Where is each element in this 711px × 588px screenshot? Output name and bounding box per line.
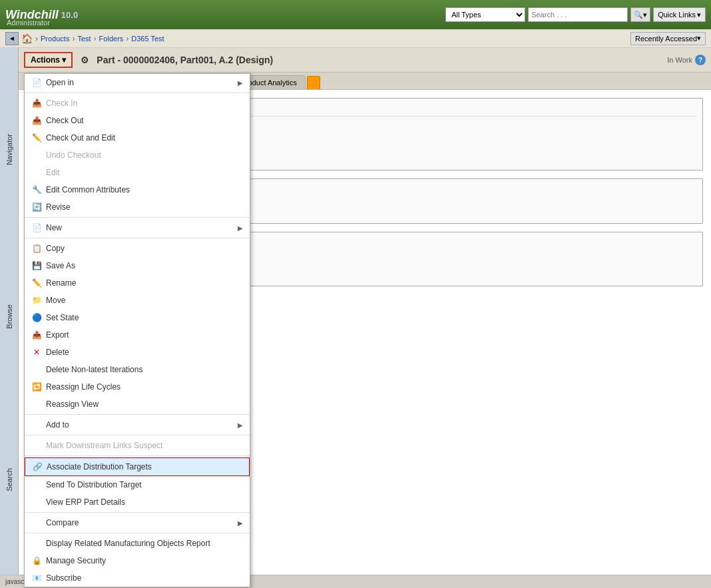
add-to-arrow: ▶ — [238, 422, 243, 429]
tab-orange[interactable]: 🔶 — [307, 76, 320, 89]
add-to-icon — [31, 420, 42, 430]
menu-divider-3 — [25, 238, 250, 238]
menu-divider-8 — [25, 533, 250, 533]
menu-item-revise-label: Revise — [46, 202, 71, 212]
compare-icon — [31, 517, 42, 528]
menu-item-delete[interactable]: ✕ Delete — [25, 344, 250, 361]
menu-item-check-in: 📥 Check In — [25, 95, 250, 112]
reassign-lc-icon: 🔁 — [31, 382, 42, 392]
menu-item-delete-non-latest[interactable]: Delete Non-latest Iterations — [25, 361, 250, 378]
menu-item-edit-label: Edit — [46, 168, 60, 177]
menu-item-edit-common[interactable]: 🔧 Edit Common Attributes — [25, 181, 250, 198]
menu-item-view-erp[interactable]: View ERP Part Details — [25, 493, 250, 511]
menu-item-reassign-view-label: Reassign View — [46, 400, 99, 409]
compare-arrow: ▶ — [238, 519, 243, 527]
help-icon[interactable]: ? — [695, 55, 706, 65]
menu-item-rename[interactable]: ✏️ Rename — [25, 274, 250, 292]
menu-item-subscribe[interactable]: 📧 Subscribe — [25, 569, 250, 587]
set-state-icon: 🔵 — [31, 312, 42, 323]
menu-item-check-out-edit-label: Check Out and Edit — [46, 133, 115, 143]
menu-item-new[interactable]: 📄 New ▶ — [25, 219, 250, 236]
associate-dist-icon: 🔗 — [32, 461, 43, 472]
menu-item-manage-security-label: Manage Security — [46, 556, 106, 565]
breadcrumb-d365[interactable]: D365 Test — [131, 35, 164, 43]
page-title: Part - 0000002406, Part001, A.2 (Design) — [97, 55, 273, 65]
menu-item-reassign-view[interactable]: Reassign View — [25, 396, 250, 413]
menu-item-reassign-lc[interactable]: 🔁 Reassign Life Cycles — [25, 378, 250, 396]
menu-item-compare[interactable]: Compare ▶ — [25, 514, 250, 531]
top-bar: Windchill 10.0 Administrator All Types 🔍… — [0, 0, 711, 29]
menu-item-view-erp-label: View ERP Part Details — [46, 497, 125, 507]
breadcrumb-sep-3: › — [94, 34, 97, 43]
quick-links-button[interactable]: Quick Links ▾ — [653, 7, 706, 22]
copy-icon: 📋 — [31, 243, 42, 254]
revise-icon: 🔄 — [31, 202, 42, 212]
status-area: In Work ? — [667, 55, 706, 65]
open-in-icon: 📄 — [31, 77, 42, 88]
actions-button[interactable]: Actions ▾ — [24, 52, 73, 68]
menu-item-add-to[interactable]: Add to ▶ — [25, 416, 250, 434]
actions-dropdown-menu: 📄 Open in ▶ 📥 Check In 📤 Check Out ✏️ Ch… — [24, 73, 250, 587]
search-icon: 🔍 — [634, 11, 643, 19]
menu-item-move-label: Move — [46, 296, 65, 305]
menu-item-new-label: New — [46, 223, 62, 232]
search-input[interactable] — [528, 7, 628, 22]
breadcrumb-sep-4: › — [126, 34, 128, 43]
sidebar-vertical-labels: Navigator Browse Search — [4, 51, 15, 575]
type-select[interactable]: All Types — [445, 7, 525, 22]
breadcrumb-products[interactable]: Products — [41, 35, 69, 43]
view-erp-icon — [31, 497, 42, 507]
menu-item-move[interactable]: 📁 Move — [25, 292, 250, 309]
search-button[interactable]: 🔍 ▾ — [630, 7, 650, 22]
menu-divider-4 — [25, 414, 250, 415]
menu-item-associate-dist[interactable]: 🔗 Associate Distribution Targets — [25, 457, 250, 476]
menu-item-check-in-label: Check In — [46, 99, 77, 108]
menu-item-save-as[interactable]: 💾 Save As — [25, 257, 250, 274]
search-area: All Types 🔍 ▾ Quick Links ▾ — [445, 7, 706, 22]
menu-divider-6 — [25, 455, 250, 456]
sidebar-toggle-button[interactable]: ◄ — [5, 32, 19, 45]
check-out-icon: 📤 — [31, 115, 42, 126]
menu-item-check-out[interactable]: 📤 Check Out — [25, 112, 250, 129]
breadcrumb-home[interactable]: 🏠 — [21, 33, 33, 44]
menu-item-export[interactable]: 📤 Export — [25, 326, 250, 344]
menu-item-display-report-label: Display Related Manufacturing Objects Re… — [46, 539, 210, 548]
check-in-icon: 📥 — [31, 98, 42, 109]
menu-item-open-in[interactable]: 📄 Open in ▶ — [25, 74, 250, 91]
sidebar-item-navigator[interactable]: Navigator — [4, 131, 15, 168]
menu-item-associate-dist-label: Associate Distribution Targets — [47, 462, 152, 471]
menu-divider-5 — [25, 435, 250, 436]
admin-label: Administrator — [7, 19, 50, 27]
menu-item-check-out-edit[interactable]: ✏️ Check Out and Edit — [25, 129, 250, 147]
menu-item-compare-label: Compare — [46, 518, 79, 527]
menu-item-export-label: Export — [46, 330, 69, 340]
breadcrumb-test[interactable]: Test — [77, 35, 91, 43]
menu-item-revise[interactable]: 🔄 Revise — [25, 198, 250, 216]
menu-item-send-to-dist-label: Send To Distribution Target — [46, 480, 142, 489]
search-dropdown-icon: ▾ — [643, 11, 647, 19]
sidebar-item-search[interactable]: Search — [4, 465, 15, 494]
export-icon: 📤 — [31, 330, 42, 340]
menu-item-display-report[interactable]: Display Related Manufacturing Objects Re… — [25, 535, 250, 552]
delete-icon: ✕ — [31, 347, 42, 358]
menu-divider-7 — [25, 512, 250, 513]
menu-divider-2 — [25, 217, 250, 218]
menu-item-copy[interactable]: 📋 Copy — [25, 240, 250, 257]
save-as-icon: 💾 — [31, 260, 42, 271]
recently-accessed-label: Recently Accessed — [635, 35, 697, 43]
edit-common-icon: 🔧 — [31, 184, 42, 195]
menu-item-set-state[interactable]: 🔵 Set State — [25, 309, 250, 326]
menu-item-send-to-dist[interactable]: Send To Distribution Target — [25, 476, 250, 493]
sidebar-item-browse[interactable]: Browse — [4, 302, 15, 332]
menu-item-subscribe-label: Subscribe — [46, 573, 81, 583]
breadcrumb-folders[interactable]: Folders — [99, 35, 124, 43]
recently-accessed-button[interactable]: Recently Accessed ▾ — [630, 32, 706, 45]
menu-item-manage-security[interactable]: 🔒 Manage Security — [25, 552, 250, 569]
menu-item-edit: Edit — [25, 164, 250, 181]
menu-item-copy-label: Copy — [46, 244, 65, 253]
menu-item-reassign-lc-label: Reassign Life Cycles — [46, 382, 120, 392]
gear-icon[interactable]: ⚙ — [78, 53, 91, 67]
menu-divider-1 — [25, 93, 250, 93]
menu-item-check-out-label: Check Out — [46, 116, 84, 125]
quick-links-label: Quick Links — [658, 11, 696, 19]
